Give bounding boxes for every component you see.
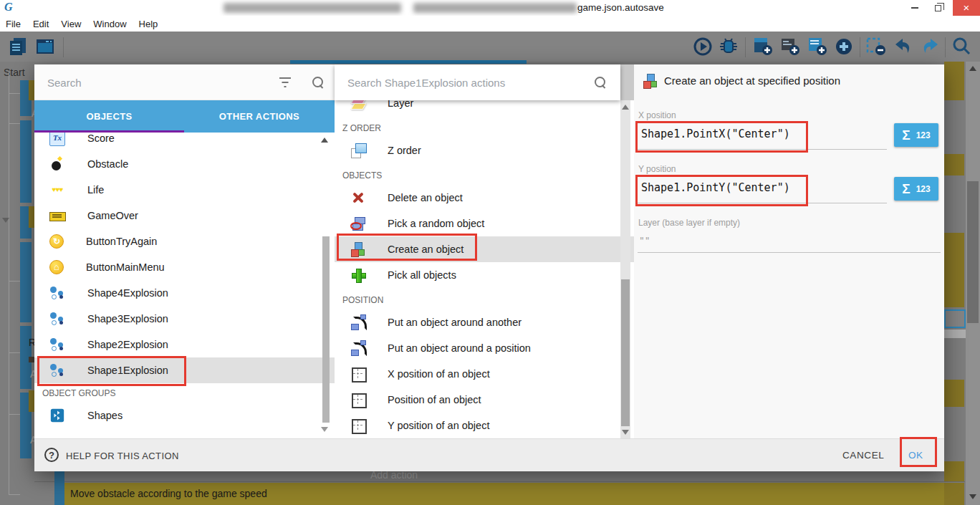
action-item-create-object[interactable]: Create an object	[335, 236, 634, 262]
event-tree-tick	[9, 352, 20, 353]
event-condition-bar	[20, 242, 32, 322]
toolbar-separator	[63, 37, 64, 57]
put-around-icon	[350, 314, 366, 330]
event-tree-tick	[9, 494, 20, 495]
undo-icon[interactable]	[893, 36, 914, 57]
event-field-row	[944, 330, 966, 338]
object-item-score[interactable]: Score	[34, 133, 335, 151]
play-icon[interactable]	[692, 36, 714, 57]
explosion-particles-icon	[49, 362, 65, 378]
action-item-z-order[interactable]: Z order	[335, 138, 634, 163]
action-item-put-around-another[interactable]: Put an object around another	[335, 309, 634, 335]
tab-objects[interactable]: OBJECTS	[34, 100, 184, 133]
y-expression-button[interactable]: Σ 123	[894, 177, 938, 201]
toolbar-separator	[745, 37, 746, 57]
cancel-button[interactable]: CANCEL	[842, 450, 884, 461]
menu-edit[interactable]: Edit	[33, 19, 49, 29]
section-position: POSITION	[335, 288, 634, 309]
project-manager-icon[interactable]	[7, 36, 29, 57]
object-label: GameOver	[87, 210, 138, 221]
action-item-position[interactable]: Position of an object	[335, 387, 634, 413]
remove-event-icon[interactable]	[865, 36, 887, 57]
object-item-shape1explosion[interactable]: Shape1Explosion	[34, 357, 335, 383]
object-item-shape3explosion[interactable]: Shape3Explosion	[34, 306, 335, 332]
ok-button[interactable]: OK	[908, 450, 923, 461]
y-position-value[interactable]: Shape1.PointY("Center")	[641, 181, 790, 194]
event-condition-bar	[20, 120, 32, 203]
actions-search-input[interactable]	[347, 73, 591, 92]
object-item-shape4explosion[interactable]: Shape4Explosion	[34, 280, 335, 306]
z-order-icon	[350, 143, 366, 158]
object-label: Shapes	[87, 410, 123, 421]
sigma-icon: Σ	[902, 181, 910, 197]
action-item-y-position[interactable]: Y position of an object	[335, 413, 634, 438]
redo-icon[interactable]	[919, 36, 941, 57]
add-subevent-icon[interactable]	[807, 36, 828, 57]
event-header-block	[944, 380, 964, 407]
object-item-buttontryagain[interactable]: ButtonTryAgain	[34, 229, 335, 254]
collapse-arrow-icon[interactable]	[2, 218, 9, 223]
search-icon[interactable]	[594, 76, 607, 89]
help-link[interactable]: HELP FOR THIS ACTION	[66, 451, 179, 461]
close-button[interactable]	[953, 0, 980, 16]
menu-window[interactable]: Window	[93, 19, 126, 29]
scene-tab-label[interactable]: Start	[4, 67, 25, 78]
scene-editor-icon[interactable]	[34, 36, 56, 57]
delete-cross-icon	[350, 190, 366, 206]
menu-file[interactable]: File	[6, 19, 21, 29]
tab-other-actions[interactable]: OTHER ACTIONS	[184, 100, 335, 133]
sigma-icon: Σ	[902, 128, 910, 143]
scroll-down-icon[interactable]	[969, 494, 976, 499]
main-scrollbar-thumb[interactable]	[967, 181, 979, 323]
y-position-label: Y position	[638, 164, 676, 174]
scroll-up-icon[interactable]	[622, 105, 629, 110]
debug-icon[interactable]	[718, 36, 739, 57]
menu-view[interactable]: View	[61, 19, 81, 29]
objects-panel: OBJECTS OTHER ACTIONS Score Obstacle Lif…	[34, 64, 335, 438]
actions-scrollbar-thumb[interactable]	[621, 279, 630, 426]
search-toolbar-icon[interactable]	[951, 36, 972, 57]
object-item-life[interactable]: Life	[34, 177, 335, 203]
maximize-button[interactable]	[927, 0, 948, 16]
add-comment-icon[interactable]	[779, 36, 801, 57]
bomb-icon	[49, 156, 65, 172]
object-group-shapes[interactable]: Shapes	[34, 403, 335, 428]
explosion-particles-icon	[49, 311, 65, 327]
layer-value[interactable]: ""	[639, 235, 650, 246]
objects-search-input[interactable]	[47, 73, 262, 92]
object-item-obstacle[interactable]: Obstacle	[34, 151, 335, 177]
explosion-particles-icon	[49, 285, 65, 301]
add-new-icon[interactable]	[833, 36, 855, 57]
help-icon[interactable]: ?	[44, 448, 59, 462]
add-event-icon[interactable]	[752, 36, 774, 57]
action-item-pick-all[interactable]: Pick all objects	[335, 262, 634, 288]
event-header-block	[944, 62, 964, 100]
x-position-value[interactable]: Shape1.PointX("Center")	[641, 128, 790, 140]
action-label: Pick all objects	[388, 269, 456, 281]
scroll-down-icon[interactable]	[622, 430, 629, 435]
objects-scrollbar-thumb[interactable]	[322, 236, 330, 423]
section-objects: OBJECTS	[335, 163, 634, 185]
minimize-icon	[911, 7, 918, 9]
maximize-icon	[935, 5, 941, 11]
scroll-up-icon[interactable]	[321, 138, 328, 143]
object-item-gameover[interactable]: GameOver	[34, 203, 335, 229]
object-item-buttonmainmenu[interactable]: ButtonMainMenu	[34, 254, 335, 280]
menu-help[interactable]: Help	[139, 19, 158, 29]
object-item-shape2explosion[interactable]: Shape2Explosion	[34, 332, 335, 357]
group-icon	[49, 408, 65, 423]
action-item-pick-random[interactable]: Pick a random object	[335, 211, 634, 236]
scroll-down-icon[interactable]	[321, 427, 328, 432]
position-crosshair-icon	[350, 418, 366, 433]
gdevelop-window: Start M A C Re A O A Add action Move obs…	[0, 0, 980, 505]
action-label: Y position of an object	[388, 420, 489, 431]
x-expression-button[interactable]: Σ 123	[894, 123, 938, 147]
action-item-put-around-position[interactable]: Put an object around a position	[335, 335, 634, 361]
minimize-button[interactable]	[904, 0, 926, 16]
action-item-delete-object[interactable]: Delete an object	[335, 185, 634, 211]
scroll-up-icon[interactable]	[969, 66, 976, 71]
search-icon[interactable]	[312, 76, 325, 89]
blurred-title-segment	[413, 3, 577, 13]
filter-icon[interactable]	[279, 77, 292, 88]
action-item-x-position[interactable]: X position of an object	[335, 361, 634, 387]
